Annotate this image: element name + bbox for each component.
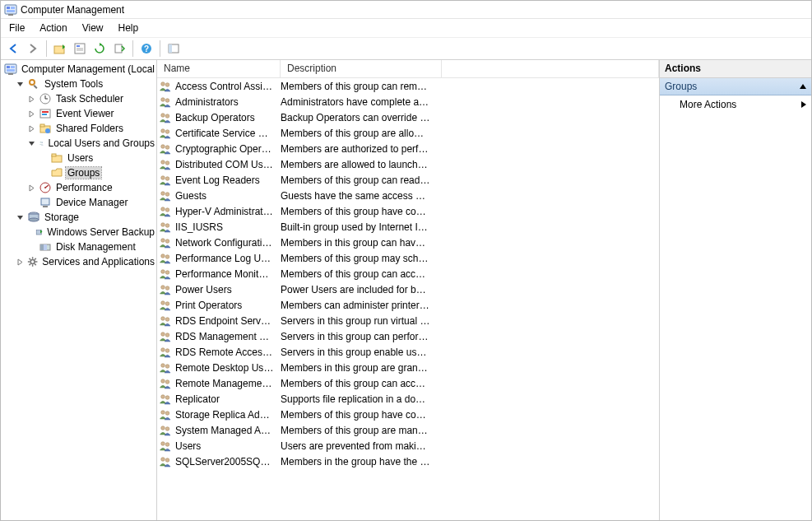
- tools-icon: [27, 77, 40, 91]
- menu-view[interactable]: View: [76, 21, 110, 35]
- twisty-icon[interactable]: [27, 184, 36, 193]
- group-icon: [159, 127, 172, 140]
- clock-icon: [39, 92, 52, 105]
- group-description: Members are authorized to perfor...: [277, 143, 434, 155]
- folder-open-icon: [50, 166, 63, 179]
- group-name: Distributed COM Users: [172, 159, 277, 170]
- group-name: Remote Management...: [172, 378, 277, 389]
- actions-group[interactable]: Groups: [660, 78, 811, 95]
- twisty-icon[interactable]: [27, 109, 36, 119]
- list-item[interactable]: Performance Log UsersMembers of this gro…: [157, 250, 659, 266]
- group-icon: [159, 80, 172, 93]
- tree-label: Performance: [54, 182, 114, 193]
- list-item[interactable]: System Managed Acc...Members of this gro…: [157, 422, 659, 438]
- twisty-icon[interactable]: [27, 139, 36, 148]
- twisty-icon[interactable]: [16, 258, 25, 267]
- list-item[interactable]: Distributed COM UsersMembers are allowed…: [157, 156, 659, 172]
- twisty-icon[interactable]: [16, 213, 25, 222]
- group-icon: [159, 299, 172, 312]
- list-item[interactable]: RDS Management Ser...Servers in this gro…: [157, 328, 659, 344]
- group-description: Guests have the same access as m...: [277, 190, 434, 202]
- performance-icon: [39, 181, 52, 194]
- group-name: Storage Replica Admi...: [172, 409, 277, 421]
- actions-pane: Actions Groups More Actions: [660, 60, 811, 520]
- tree-event-viewer[interactable]: Event Viewer: [27, 106, 156, 121]
- tree-shared-folders[interactable]: Shared Folders: [27, 121, 156, 136]
- list-item[interactable]: AdministratorsAdministrators have comple…: [157, 94, 659, 109]
- list-item[interactable]: Storage Replica Admi...Members of this g…: [157, 407, 659, 422]
- submenu-icon: [801, 101, 806, 108]
- list-pane: Name Description Access Control Assist..…: [157, 60, 660, 520]
- group-icon: [159, 455, 172, 468]
- export-button[interactable]: [110, 40, 128, 58]
- list-item[interactable]: Remote Management...Members of this grou…: [157, 375, 659, 391]
- help-button[interactable]: [137, 40, 155, 58]
- tree-server-backup[interactable]: Windows Server Backup: [27, 225, 156, 240]
- list-item[interactable]: Access Control Assist...Members of this …: [157, 78, 659, 94]
- menu-help[interactable]: Help: [112, 21, 146, 35]
- group-name: Performance Monitor ...: [172, 268, 277, 280]
- group-description: Servers in this group can perform ...: [277, 331, 434, 342]
- group-description: Members of this group can read e...: [277, 174, 434, 186]
- column-description[interactable]: Description: [281, 60, 442, 77]
- list-item[interactable]: Power UsersPower Users are included for …: [157, 281, 659, 297]
- tree-storage[interactable]: Storage: [16, 210, 156, 225]
- twisty-icon[interactable]: [27, 95, 36, 104]
- menu-action[interactable]: Action: [33, 21, 73, 35]
- arrow-left-icon: [7, 42, 20, 55]
- tree-local-users-groups[interactable]: Local Users and Groups: [27, 136, 156, 151]
- tree-system-tools[interactable]: System Tools: [16, 77, 156, 91]
- storage-icon: [27, 211, 40, 224]
- group-description: Power Users are included for back...: [277, 284, 434, 295]
- twisty-icon[interactable]: [16, 80, 25, 89]
- group-description: Members of this group can acces...: [277, 378, 434, 389]
- forward-button[interactable]: [24, 40, 42, 58]
- list-item[interactable]: ReplicatorSupports file replication in a…: [157, 391, 659, 407]
- group-icon: [159, 361, 172, 374]
- list-item[interactable]: RDS Endpoint ServersServers in this grou…: [157, 313, 659, 328]
- toolbar-separator: [160, 40, 160, 57]
- twisty-icon[interactable]: [27, 124, 36, 133]
- list-item[interactable]: Network Configuratio...Members in this g…: [157, 235, 659, 250]
- group-name: Remote Desktop Users: [172, 362, 277, 374]
- list-item[interactable]: Remote Desktop UsersMembers in this grou…: [157, 360, 659, 375]
- column-name[interactable]: Name: [157, 60, 281, 77]
- group-description: Servers in this group run virtual m...: [277, 315, 434, 327]
- up-button[interactable]: [51, 40, 69, 58]
- list-item[interactable]: Event Log ReadersMembers of this group c…: [157, 172, 659, 188]
- list-item[interactable]: GuestsGuests have the same access as m..…: [157, 188, 659, 203]
- group-icon: [159, 314, 172, 328]
- list-item[interactable]: Print OperatorsMembers can administer pr…: [157, 297, 659, 313]
- list-item[interactable]: IIS_IUSRSBuilt-in group used by Internet…: [157, 219, 659, 235]
- group-name: Access Control Assist...: [172, 81, 277, 92]
- pane-toggle-button[interactable]: [165, 40, 183, 58]
- group-name: Cryptographic Operat...: [172, 143, 277, 155]
- tree-device-manager[interactable]: Device Manager: [27, 195, 156, 210]
- list-item[interactable]: Backup OperatorsBackup Operators can ove…: [157, 109, 659, 125]
- refresh-button[interactable]: [90, 40, 109, 58]
- menu-file[interactable]: File: [2, 21, 31, 35]
- list-item[interactable]: Hyper-V AdministratorsMembers of this gr…: [157, 203, 659, 219]
- properties-button[interactable]: [71, 40, 89, 58]
- tree-users-folder[interactable]: Users: [39, 151, 156, 165]
- list-item[interactable]: Certificate Service DC...Members of this…: [157, 125, 659, 141]
- group-description: Users are prevented from making ...: [277, 440, 434, 452]
- list-item[interactable]: RDS Remote Access S...Servers in this gr…: [157, 344, 659, 360]
- tree-root[interactable]: Computer Management (Local: [4, 62, 156, 77]
- tree-disk-management[interactable]: Disk Management: [27, 240, 156, 254]
- list-header: Name Description: [157, 60, 659, 78]
- list-item[interactable]: SQLServer2005SQLBro...Members in the gro…: [157, 454, 659, 469]
- list-item[interactable]: Performance Monitor ...Members of this g…: [157, 266, 659, 281]
- actions-more[interactable]: More Actions: [660, 95, 811, 114]
- back-button[interactable]: [4, 40, 22, 58]
- group-icon: [159, 95, 172, 109]
- tree-task-scheduler[interactable]: Task Scheduler: [27, 91, 156, 106]
- tree-groups-folder[interactable]: Groups: [39, 165, 156, 180]
- group-icon: [159, 252, 172, 265]
- list-item[interactable]: Cryptographic Operat...Members are autho…: [157, 141, 659, 156]
- tree-performance[interactable]: Performance: [27, 180, 156, 195]
- gear-icon: [27, 255, 38, 268]
- list-item[interactable]: UsersUsers are prevented from making ...: [157, 438, 659, 454]
- group-name: Power Users: [172, 284, 277, 295]
- tree-services-apps[interactable]: Services and Applications: [16, 254, 156, 269]
